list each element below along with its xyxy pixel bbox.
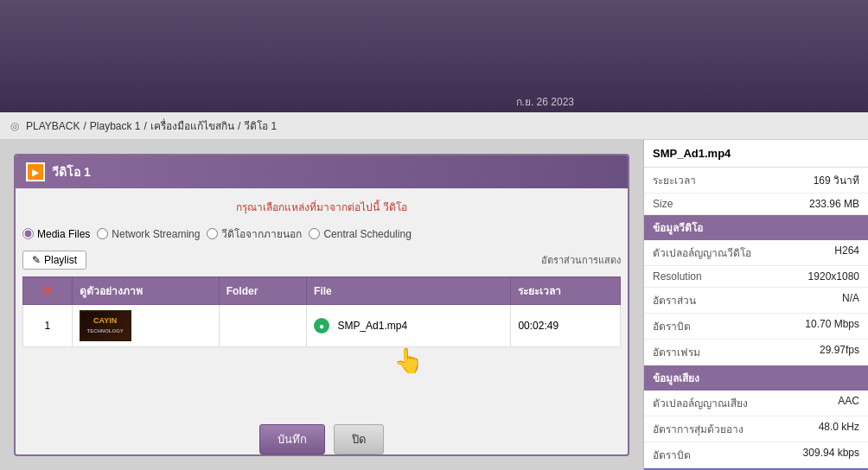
breadcrumb-video1[interactable]: วีดิโอ 1 bbox=[244, 118, 277, 134]
row-folder bbox=[219, 305, 306, 347]
info-filename: SMP_Ad1.mp4 bbox=[644, 140, 868, 168]
playlist-button[interactable]: ✎ Playlist bbox=[22, 251, 86, 270]
video-icon-box: ▶ bbox=[26, 162, 45, 181]
resolution-value: 1920x1080 bbox=[808, 270, 859, 283]
video-bitrate-value: 10.70 Mbps bbox=[805, 318, 859, 334]
video-codec-value: H264 bbox=[834, 245, 859, 261]
tab-media-files[interactable]: Media Files bbox=[22, 228, 90, 240]
video-codec-label: ตัวเปลอล์ญญาณวีดิโอ bbox=[653, 245, 751, 261]
resolution-label: Resolution bbox=[653, 270, 702, 283]
video-bitrate-label: อัตราบิต bbox=[653, 318, 691, 334]
col-preview: ดูตัวอย่างภาพ bbox=[72, 277, 219, 305]
size-label: Size bbox=[653, 198, 673, 210]
framerate-label: อัตราเฟรม bbox=[653, 344, 700, 360]
breadcrumb-icon: ◎ bbox=[10, 120, 19, 132]
dialog-title: วีดิโอ 1 bbox=[52, 162, 91, 181]
tab-external-video[interactable]: วีดิโอจากภายนอก bbox=[207, 225, 302, 242]
audio-codec-value: AAC bbox=[838, 395, 859, 411]
save-button[interactable]: บันทึก bbox=[259, 424, 325, 454]
thumbnail-box: CAYINTECHNOLOGY bbox=[80, 310, 131, 341]
duration-value: 169 วินาที bbox=[814, 172, 859, 188]
breadcrumb: ◎ PLAYBACK / Playback 1 / เครื่องมือแก้ไ… bbox=[0, 112, 868, 140]
aspect-row: อัตราส่วน N/A bbox=[644, 288, 868, 314]
file-name: SMP_Ad1.mp4 bbox=[337, 320, 407, 332]
duration-label: ระยะเวลา bbox=[653, 172, 696, 188]
bottom-buttons: บันทึก ปิด bbox=[16, 416, 628, 454]
cursor-pointer: 👆 bbox=[393, 346, 424, 375]
row-duration: 00:02:49 bbox=[511, 305, 621, 347]
info-panel: SMP_Ad1.mp4 ระยะเวลา 169 วินาที Size 233… bbox=[643, 140, 868, 470]
col-delete: ✕ bbox=[23, 277, 73, 305]
tab-network-streaming[interactable]: Network Streaming bbox=[97, 228, 200, 240]
col-file: File bbox=[307, 277, 511, 305]
resolution-row: Resolution 1920x1080 bbox=[644, 266, 868, 288]
info-duration-row: ระยะเวลา 169 วินาที bbox=[644, 168, 868, 194]
tabs-row: Media Files Network Streaming วีดิโอจากภ… bbox=[22, 224, 621, 244]
tab-central-scheduling[interactable]: Central Scheduling bbox=[309, 228, 411, 240]
audio-bitrate-row: อัตราบิต 309.94 kbps bbox=[644, 442, 868, 468]
top-bar: ก.ย. 26 2023 bbox=[0, 0, 868, 112]
framerate-value: 29.97fps bbox=[820, 344, 859, 360]
top-bar-date: ก.ย. 26 2023 bbox=[516, 93, 574, 110]
audio-bitrate-label: อัตราบิต bbox=[653, 447, 691, 463]
playlist-row: ✎ Playlist อัตราส่วนการแสดง bbox=[22, 249, 621, 271]
col-duration: ระยะเวลา bbox=[511, 277, 621, 305]
video-codec-row: ตัวเปลอล์ญญาณวีดิโอ H264 bbox=[644, 240, 868, 266]
playback-rate-text: อัตราส่วนการแสดง bbox=[541, 252, 621, 268]
table-row: 1 CAYINTECHNOLOGY ● bbox=[23, 305, 621, 347]
playlist-icon: ✎ bbox=[32, 254, 41, 266]
col-folder: Folder bbox=[219, 277, 306, 305]
audio-codec-label: ตัวเปลอล์ญญาณเสียง bbox=[653, 395, 748, 411]
row-file: ● SMP_Ad1.mp4 bbox=[307, 305, 511, 347]
size-value: 233.96 MB bbox=[809, 198, 859, 210]
active-indicator: ● bbox=[314, 318, 329, 333]
close-button[interactable]: ปิด bbox=[334, 424, 384, 454]
cayin-logo: CAYINTECHNOLOGY bbox=[81, 312, 129, 340]
warning-text: กรุณาเลือกแหล่งที่มาจากต่อไปนี้ วีดิโอ bbox=[22, 195, 621, 219]
breadcrumb-playback1[interactable]: Playback 1 bbox=[90, 120, 141, 132]
audio-section-title: ข้อมูลเสียง bbox=[644, 365, 868, 391]
dialog-panel: ▶ วีดิโอ 1 กรุณาเลือกแหล่งที่มาจากต่อไปน… bbox=[0, 140, 643, 470]
breadcrumb-playback[interactable]: PLAYBACK bbox=[26, 120, 80, 132]
video-section-title: ข้อมูลวีดิโอ bbox=[644, 215, 868, 240]
playlist-label: Playlist bbox=[44, 254, 77, 266]
aspect-label: อัตราส่วน bbox=[653, 292, 696, 308]
aspect-value: N/A bbox=[842, 292, 859, 308]
audio-bitrate-value: 309.94 kbps bbox=[803, 447, 859, 463]
sample-rate-label: อัตราการสุ่มด้วยอาง bbox=[653, 421, 744, 437]
breadcrumb-skin-editor[interactable]: เครื่องมือแก้ไขสกิน bbox=[150, 118, 234, 134]
dialog-title-bar: ▶ วีดิโอ 1 bbox=[16, 156, 628, 188]
sample-rate-row: อัตราการสุ่มด้วยอาง 48.0 kHz bbox=[644, 416, 868, 442]
sample-rate-value: 48.0 kHz bbox=[819, 421, 859, 437]
delete-all-icon[interactable]: ✕ bbox=[41, 283, 53, 298]
video-bitrate-row: อัตราบิต 10.70 Mbps bbox=[644, 314, 868, 340]
main-content: ▶ วีดิโอ 1 กรุณาเลือกแหล่งที่มาจากต่อไปน… bbox=[0, 140, 868, 470]
dialog-body: กรุณาเลือกแหล่งที่มาจากต่อไปนี้ วีดิโอ M… bbox=[16, 188, 628, 416]
framerate-row: อัตราเฟรม 29.97fps bbox=[644, 340, 868, 365]
row-num: 1 bbox=[23, 305, 73, 347]
video-dialog: ▶ วีดิโอ 1 กรุณาเลือกแหล่งที่มาจากต่อไปน… bbox=[14, 154, 629, 456]
file-table: ✕ ดูตัวอย่างภาพ Folder File ระยะเวลา 1 bbox=[22, 276, 621, 347]
row-thumbnail: CAYINTECHNOLOGY bbox=[72, 305, 219, 347]
audio-codec-row: ตัวเปลอล์ญญาณเสียง AAC bbox=[644, 391, 868, 416]
info-size-row: Size 233.96 MB bbox=[644, 194, 868, 215]
